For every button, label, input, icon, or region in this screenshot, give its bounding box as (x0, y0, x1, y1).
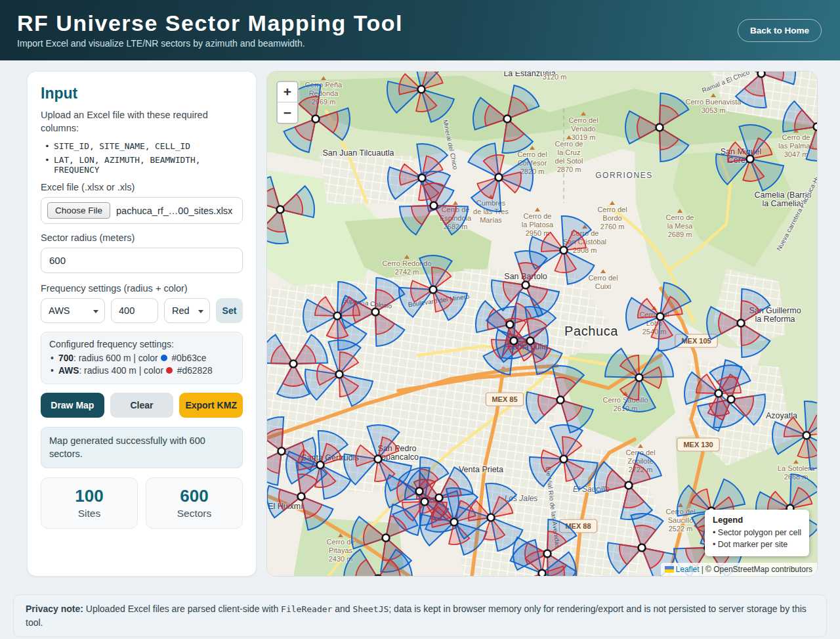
site-marker[interactable] (747, 156, 754, 163)
map-label: Cerro dela Cruzdel Sotol2870 m (555, 140, 583, 173)
frequency-color-select[interactable]: Red (164, 298, 210, 323)
site-marker[interactable] (451, 519, 458, 526)
main-content: Input Upload an Excel file with these re… (0, 60, 840, 577)
site-marker[interactable] (656, 124, 663, 131)
zoom-out-button[interactable]: − (278, 102, 297, 123)
site-marker[interactable] (277, 206, 284, 213)
site-marker[interactable] (372, 309, 379, 316)
site-marker[interactable] (507, 321, 514, 328)
privacy-text-2: and (332, 604, 352, 614)
site-marker[interactable] (758, 72, 765, 77)
sector-polygon[interactable] (817, 106, 818, 127)
site-marker[interactable] (375, 456, 382, 463)
site-marker[interactable] (557, 397, 564, 404)
map-svg: Cerro PeñaRedonda2969 mLa Estanzuela3120… (267, 72, 818, 577)
privacy-text-1: Uploaded Excel files are parsed client-s… (83, 604, 281, 614)
site-marker[interactable] (814, 123, 818, 131)
site-marker[interactable] (312, 116, 320, 123)
map-label: Cerro delVenado3019 m (568, 116, 598, 141)
configured-list: 700: radius 600 m | color #0b63ceAWS: ra… (49, 352, 234, 377)
privacy-note: Privacy note: Uploaded Excel files are p… (13, 594, 827, 637)
map-label: Cerro dela Mesa2689 m (666, 213, 694, 238)
filereader-code: FileReader (281, 604, 332, 614)
stats-row: 100 Sites600 Sectors (41, 477, 243, 529)
legend-item: • Dot marker per site (713, 539, 801, 550)
choose-file-button[interactable]: Choose File (47, 202, 110, 219)
route-shield: MEX 130 (677, 438, 719, 451)
site-marker[interactable] (383, 535, 390, 542)
map-label: San Juan Tilcuautla (322, 148, 394, 158)
frequency-radius-input[interactable] (111, 298, 158, 323)
required-column: LAT, LON, AZIMUTH, BEAMWIDTH, FREQUENCY (45, 153, 243, 177)
site-marker[interactable] (715, 390, 723, 397)
site-marker[interactable] (436, 495, 443, 502)
svg-text:MEX 85: MEX 85 (492, 395, 517, 403)
clear-button[interactable]: Clear (110, 393, 174, 418)
site-marker[interactable] (298, 493, 305, 500)
site-marker[interactable] (522, 282, 530, 289)
site-marker[interactable] (430, 286, 437, 294)
site-marker[interactable] (278, 448, 285, 455)
site-marker[interactable] (657, 313, 664, 320)
sector-radius-input[interactable] (41, 248, 243, 273)
map-container[interactable]: Cerro PeñaRedonda2969 mLa Estanzuela3120… (266, 71, 818, 577)
legend-item: • Sector polygon per cell (713, 527, 801, 539)
legend-items: • Sector polygon per cell• Dot marker pe… (713, 527, 801, 550)
site-marker[interactable] (539, 570, 546, 577)
site-marker[interactable] (336, 371, 343, 378)
sector-polygon[interactable] (817, 95, 818, 127)
site-marker[interactable] (728, 396, 735, 403)
site-marker[interactable] (803, 432, 810, 439)
site-marker[interactable] (488, 514, 495, 521)
configured-frequencies-box: Configured frequency settings: 700: radi… (41, 332, 243, 384)
site-marker[interactable] (560, 247, 568, 254)
upload-instructions: Upload an Excel file with these required… (41, 109, 243, 135)
site-marker[interactable] (430, 202, 438, 209)
stat-value: 100 (45, 486, 133, 506)
map-label: GORRIONES (595, 171, 653, 180)
app-header: RF Universe Sector Mapping Tool Import E… (0, 0, 840, 60)
site-marker[interactable] (625, 482, 633, 489)
site-marker[interactable] (416, 488, 423, 495)
export-kmz-button[interactable]: Export KMZ (179, 393, 243, 418)
color-select-wrap: Red (164, 298, 210, 323)
map-canvas[interactable]: Cerro PeñaRedonda2969 mLa Estanzuela3120… (267, 72, 817, 577)
site-marker[interactable] (738, 320, 745, 327)
site-marker[interactable] (419, 175, 426, 182)
site-marker[interactable] (375, 575, 382, 577)
map-legend: Legend • Sector polygon per cell• Dot ma… (705, 510, 809, 556)
site-marker[interactable] (636, 374, 643, 382)
leaflet-link[interactable]: Leaflet (676, 565, 700, 574)
site-marker[interactable] (290, 361, 297, 368)
site-marker[interactable] (504, 116, 511, 123)
stat-value: 600 (150, 486, 238, 506)
site-marker[interactable] (639, 544, 646, 552)
action-buttons-row: Draw Map Clear Export KMZ (41, 393, 243, 418)
zoom-in-button[interactable]: + (278, 82, 297, 102)
site-marker[interactable] (495, 174, 503, 181)
site-marker[interactable] (560, 456, 568, 463)
site-marker[interactable] (527, 338, 534, 345)
stat-label: Sites (45, 508, 133, 519)
band-select-wrap: AWS (41, 298, 105, 323)
excel-file-input[interactable]: Choose File pachuca_rf_…00_sites.xlsx (41, 197, 243, 224)
configured-frequencies-title: Configured frequency settings: (49, 339, 234, 349)
sector-radius-label: Sector radius (meters) (41, 232, 243, 243)
panel-title: Input (41, 85, 243, 102)
stat-label: Sectors (150, 508, 238, 519)
frequency-band-select[interactable]: AWS (41, 298, 105, 323)
color-dot (161, 355, 167, 361)
color-dot (166, 367, 173, 374)
draw-map-button[interactable]: Draw Map (41, 393, 104, 418)
site-marker[interactable] (334, 313, 341, 320)
site-marker[interactable] (418, 86, 425, 93)
site-marker[interactable] (511, 338, 518, 345)
svg-text:MEX 130: MEX 130 (683, 441, 713, 449)
site-marker[interactable] (317, 462, 324, 469)
map-label: 3120 m (543, 73, 567, 81)
back-to-home-button[interactable]: Back to Home (738, 19, 822, 42)
site-marker[interactable] (544, 550, 551, 558)
set-frequency-button[interactable]: Set (216, 298, 243, 323)
frequency-settings-row: AWS Red Set (41, 298, 243, 323)
site-marker[interactable] (421, 498, 429, 506)
